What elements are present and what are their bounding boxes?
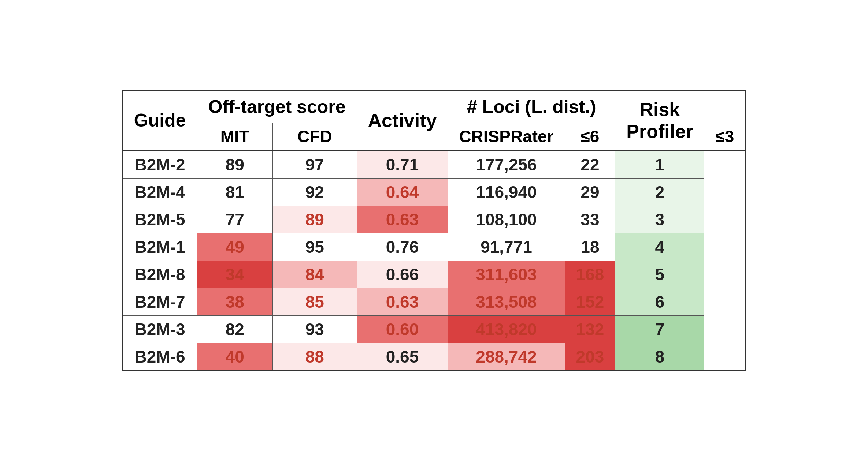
- table-row: B2M-738850.63313,5081526: [122, 288, 745, 315]
- crisprater-cell: 0.64: [357, 178, 448, 206]
- risk-cell: 2: [615, 178, 704, 206]
- risk-cell: 7: [615, 315, 704, 343]
- crisprater-cell: 0.60: [357, 315, 448, 343]
- guide-cell: B2M-8: [122, 261, 197, 288]
- loci3-cell: 168: [565, 261, 615, 288]
- cfd-col-header: CFD: [273, 123, 357, 150]
- crisprater-cell: 0.71: [357, 150, 448, 178]
- crisprater-col-header: CRISPRater: [448, 123, 565, 150]
- risk-cell: 4: [615, 233, 704, 261]
- cfd-cell: 95: [273, 233, 357, 261]
- mit-cell: 82: [197, 315, 273, 343]
- loci6-col-header: ≤6: [565, 123, 615, 150]
- table-row: B2M-640880.65288,7422038: [122, 343, 745, 371]
- loci6-cell: 311,603: [448, 261, 565, 288]
- guide-cell: B2M-4: [122, 178, 197, 206]
- table-row: B2M-382930.60413,8201327: [122, 315, 745, 343]
- mit-cell: 38: [197, 288, 273, 315]
- risk-cell: 5: [615, 261, 704, 288]
- mit-cell: 40: [197, 343, 273, 371]
- loci6-cell: 313,508: [448, 288, 565, 315]
- loci6-cell: 288,742: [448, 343, 565, 371]
- loci6-cell: 177,256: [448, 150, 565, 178]
- guide-cell: B2M-5: [122, 206, 197, 233]
- loci3-cell: 29: [565, 178, 615, 206]
- guide-cell: B2M-1: [122, 233, 197, 261]
- activity-group-header: Activity: [357, 90, 448, 150]
- crisprater-cell: 0.66: [357, 261, 448, 288]
- risk-group-header: RiskProfiler: [615, 90, 704, 150]
- table-row: B2M-289970.71177,256221: [122, 150, 745, 178]
- loci3-cell: 203: [565, 343, 615, 371]
- guide-col-header: Guide: [122, 90, 197, 150]
- risk-cell: 6: [615, 288, 704, 315]
- table-row: B2M-577890.63108,100333: [122, 206, 745, 233]
- risk-cell: 8: [615, 343, 704, 371]
- crisprater-cell: 0.65: [357, 343, 448, 371]
- data-table: Guide Off-target score Activity # Loci (…: [122, 90, 746, 371]
- loci3-cell: 132: [565, 315, 615, 343]
- guide-cell: B2M-3: [122, 315, 197, 343]
- mit-cell: 81: [197, 178, 273, 206]
- risk-cell: 3: [615, 206, 704, 233]
- loci-group-header: # Loci (L. dist.): [448, 90, 615, 123]
- mit-cell: 34: [197, 261, 273, 288]
- loci3-cell: 152: [565, 288, 615, 315]
- cfd-cell: 97: [273, 150, 357, 178]
- loci3-cell: 33: [565, 206, 615, 233]
- loci6-cell: 116,940: [448, 178, 565, 206]
- cfd-cell: 93: [273, 315, 357, 343]
- crisprater-cell: 0.63: [357, 206, 448, 233]
- cfd-cell: 84: [273, 261, 357, 288]
- cfd-cell: 88: [273, 343, 357, 371]
- mit-cell: 89: [197, 150, 273, 178]
- cfd-cell: 89: [273, 206, 357, 233]
- cfd-cell: 85: [273, 288, 357, 315]
- table-row: B2M-149950.7691,771184: [122, 233, 745, 261]
- cfd-cell: 92: [273, 178, 357, 206]
- table-row: B2M-834840.66311,6031685: [122, 261, 745, 288]
- loci3-cell: 22: [565, 150, 615, 178]
- loci6-cell: 108,100: [448, 206, 565, 233]
- header-row-1: Guide Off-target score Activity # Loci (…: [122, 90, 745, 123]
- crisprater-cell: 0.76: [357, 233, 448, 261]
- loci6-cell: 91,771: [448, 233, 565, 261]
- guide-cell: B2M-6: [122, 343, 197, 371]
- mit-col-header: MIT: [197, 123, 273, 150]
- loci6-cell: 413,820: [448, 315, 565, 343]
- mit-cell: 49: [197, 233, 273, 261]
- guide-cell: B2M-2: [122, 150, 197, 178]
- crisprater-cell: 0.63: [357, 288, 448, 315]
- loci3-col-header: ≤3: [704, 123, 746, 150]
- off-target-group-header: Off-target score: [197, 90, 357, 123]
- main-table-wrapper: Guide Off-target score Activity # Loci (…: [122, 90, 746, 371]
- guide-cell: B2M-7: [122, 288, 197, 315]
- table-body: B2M-289970.71177,256221B2M-481920.64116,…: [122, 150, 745, 371]
- mit-cell: 77: [197, 206, 273, 233]
- table-row: B2M-481920.64116,940292: [122, 178, 745, 206]
- loci3-cell: 18: [565, 233, 615, 261]
- risk-cell: 1: [615, 150, 704, 178]
